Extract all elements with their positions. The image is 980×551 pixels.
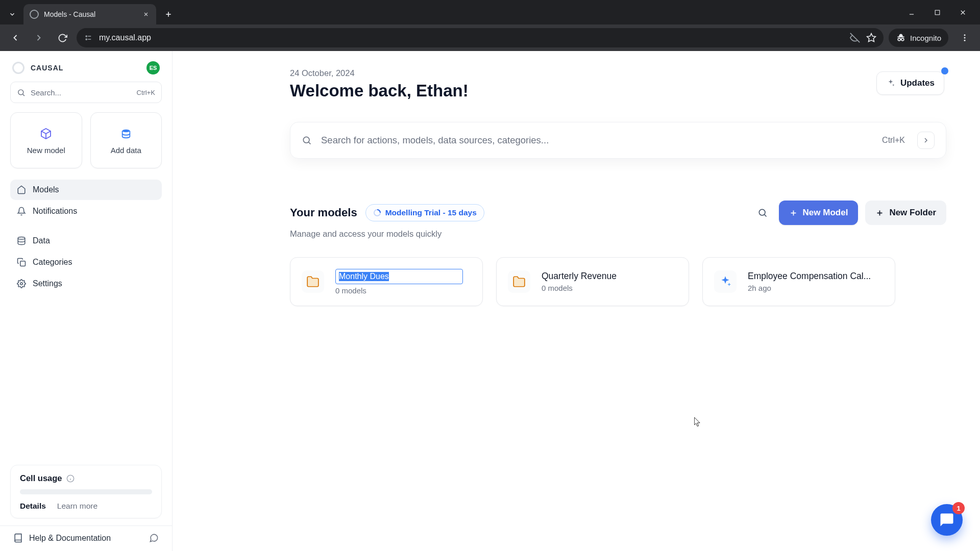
sidebar-search-shortcut: Ctrl+K: [137, 89, 155, 96]
svg-marker-13: [867, 34, 876, 42]
brand-logo: [12, 62, 24, 74]
sparkle-icon: [886, 79, 895, 88]
new-folder-button[interactable]: New Folder: [865, 201, 946, 225]
new-model-button[interactable]: New Model: [779, 201, 859, 225]
global-search[interactable]: Search for actions, models, data sources…: [290, 122, 946, 159]
welcome-heading: Welcome back, Ethan!: [290, 81, 946, 101]
help-row[interactable]: Help & Documentation: [0, 525, 172, 545]
models-search-button[interactable]: [753, 204, 772, 222]
folder-rename-input[interactable]: [335, 269, 463, 284]
plus-icon: [875, 209, 884, 217]
global-search-placeholder: Search for actions, models, data sources…: [321, 135, 549, 146]
nav-settings[interactable]: Settings: [10, 273, 162, 294]
trial-label: Modelling Trial - 15 days: [385, 208, 477, 217]
folder-card[interactable]: Quarterly Revenue 0 models: [496, 257, 689, 306]
svg-point-19: [964, 40, 966, 41]
brand-name: CAUSAL: [31, 64, 63, 72]
tab-title: Models - Causal: [44, 10, 137, 18]
svg-line-30: [309, 142, 311, 144]
folder-card-sub: 0 models: [335, 286, 471, 295]
tab-search-dropdown[interactable]: [5, 7, 19, 21]
nav-categories[interactable]: Categories: [10, 252, 162, 272]
incognito-label: Incognito: [910, 34, 941, 42]
new-folder-button-label: New Folder: [889, 208, 936, 218]
forward-button[interactable]: [30, 29, 48, 47]
svg-point-23: [18, 237, 25, 240]
browser-menu-button[interactable]: [955, 29, 974, 47]
back-button[interactable]: [6, 29, 24, 47]
usage-progress-bar: [20, 489, 152, 494]
model-card-title: Employee Compensation Cal...: [748, 271, 884, 282]
svg-point-22: [122, 129, 130, 132]
add-data-label: Add data: [111, 146, 141, 155]
nav-notifications-label: Notifications: [33, 207, 77, 216]
database-icon: [119, 127, 133, 141]
copy-icon: [16, 257, 27, 267]
svg-point-8: [86, 36, 87, 37]
incognito-icon: [896, 33, 906, 43]
sidebar-search[interactable]: Search... Ctrl+K: [10, 82, 162, 103]
spinner-icon: [373, 209, 381, 217]
folder-card-title: Quarterly Revenue: [542, 271, 677, 282]
cube-icon: [39, 127, 53, 141]
svg-point-32: [759, 209, 765, 215]
model-card[interactable]: Employee Compensation Cal... 2h ago: [702, 257, 895, 306]
mouse-cursor: [694, 417, 701, 428]
reload-button[interactable]: [53, 29, 71, 47]
nav-notifications[interactable]: Notifications: [10, 201, 162, 221]
sidebar: CAUSAL ES Search... Ctrl+K New model Add…: [0, 51, 173, 551]
nav-models[interactable]: Models: [10, 180, 162, 200]
tab-strip: Models - Causal: [0, 0, 980, 24]
folder-card[interactable]: 0 models: [290, 257, 483, 306]
nav-data[interactable]: Data: [10, 231, 162, 251]
svg-point-10: [86, 39, 87, 40]
header-date: 24 October, 2024: [290, 68, 946, 78]
search-icon: [302, 135, 312, 145]
trial-badge[interactable]: Modelling Trial - 15 days: [365, 204, 484, 221]
updates-notification-dot: [941, 67, 948, 74]
updates-button[interactable]: Updates: [876, 71, 944, 95]
help-label: Help & Documentation: [29, 534, 111, 543]
cell-usage-title: Cell usage: [20, 473, 62, 483]
bell-icon: [16, 206, 27, 216]
usage-details-link[interactable]: Details: [20, 502, 46, 511]
eye-off-icon[interactable]: [850, 33, 860, 43]
svg-line-21: [23, 94, 24, 95]
add-data-card[interactable]: Add data: [90, 112, 162, 168]
new-model-button-label: New Model: [803, 208, 848, 218]
user-avatar-badge[interactable]: ES: [146, 61, 160, 74]
nav-data-label: Data: [33, 236, 50, 245]
incognito-indicator[interactable]: Incognito: [889, 29, 948, 47]
browser-tab[interactable]: Models - Causal: [23, 4, 156, 24]
maximize-button[interactable]: [930, 5, 944, 19]
usage-learn-link[interactable]: Learn more: [57, 502, 97, 511]
models-subtitle: Manage and access your models quickly: [290, 229, 946, 239]
nav-settings-label: Settings: [33, 279, 62, 288]
nav-models-label: Models: [33, 185, 59, 194]
folder-card-sub: 0 models: [542, 284, 677, 292]
svg-point-17: [964, 34, 966, 36]
app-root: CAUSAL ES Search... Ctrl+K New model Add…: [0, 51, 980, 551]
info-icon[interactable]: [66, 474, 75, 483]
global-search-shortcut: Ctrl+K: [882, 136, 905, 145]
model-card-sub: 2h ago: [748, 284, 884, 292]
new-tab-button[interactable]: [160, 6, 177, 22]
book-icon: [13, 533, 23, 543]
minimize-button[interactable]: [904, 5, 919, 19]
bookmark-star-icon[interactable]: [866, 33, 876, 43]
svg-point-20: [18, 89, 23, 94]
quick-actions: New model Add data: [10, 112, 162, 168]
support-chat-bubble[interactable]: 1: [931, 504, 963, 536]
new-model-label: New model: [27, 146, 65, 155]
updates-label: Updates: [900, 78, 935, 88]
address-bar[interactable]: my.causal.app: [77, 28, 884, 47]
svg-point-29: [303, 137, 309, 143]
search-go-button[interactable]: [917, 132, 935, 149]
tab-close-icon[interactable]: [142, 10, 150, 18]
browser-toolbar: my.causal.app Incognito: [0, 24, 980, 51]
new-model-card[interactable]: New model: [10, 112, 82, 168]
close-window-button[interactable]: [955, 5, 970, 19]
chat-icon[interactable]: [149, 533, 159, 543]
brand-row: CAUSAL ES: [10, 59, 162, 82]
site-info-icon[interactable]: [84, 33, 93, 42]
